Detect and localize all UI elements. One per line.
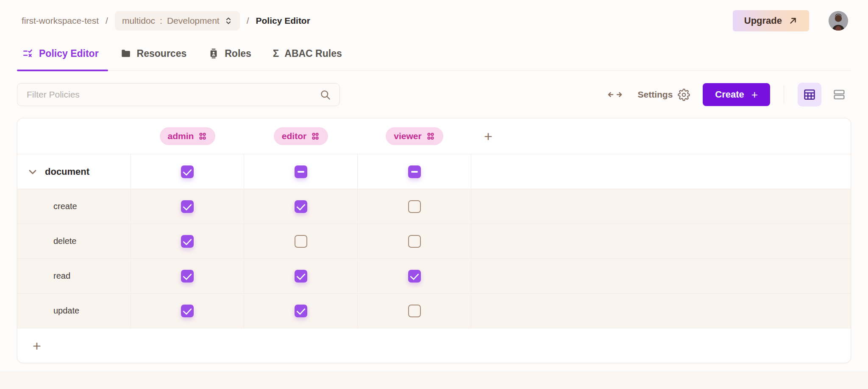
- breadcrumb: first-workspace-test / multidoc : Develo…: [22, 11, 310, 31]
- breadcrumb-workspace[interactable]: first-workspace-test: [22, 16, 99, 26]
- grid-view-icon: [803, 88, 816, 101]
- environment-switcher-icon: [224, 17, 233, 25]
- permission-checkbox-read-editor[interactable]: [295, 270, 307, 283]
- action-name: update: [53, 306, 79, 316]
- upgrade-label: Upgrade: [744, 15, 782, 26]
- add-resource-button[interactable]: +: [30, 339, 44, 353]
- upgrade-arrow-icon: [788, 16, 798, 25]
- filter-policies-box: [17, 83, 340, 106]
- role-pill-viewer[interactable]: viewer: [386, 127, 443, 145]
- breadcrumb-environment: Development: [167, 16, 220, 26]
- toolbar-divider: [784, 86, 784, 104]
- action-name: create: [53, 201, 77, 211]
- permission-checkbox-update-viewer[interactable]: [408, 305, 421, 317]
- permission-checkbox-document-admin[interactable]: [181, 165, 194, 178]
- breadcrumb-project: multidoc: [122, 16, 155, 26]
- breadcrumb-current-page: Policy Editor: [256, 16, 310, 26]
- roles-tab-icon: [208, 48, 219, 59]
- tab-roles[interactable]: Roles: [207, 39, 252, 70]
- role-pill-editor[interactable]: editor: [274, 127, 328, 145]
- role-label: admin: [168, 131, 194, 141]
- create-policy-button[interactable]: Create +: [703, 83, 770, 106]
- toolbar-right: Settings Create +: [605, 83, 851, 106]
- policy-editor-tab-icon: [22, 48, 33, 59]
- tab-policy-editor[interactable]: Policy Editor: [22, 39, 100, 70]
- project-environment-switcher[interactable]: multidoc : Development: [115, 11, 240, 31]
- breadcrumb-separator: /: [247, 16, 249, 26]
- settings-button[interactable]: Settings: [637, 89, 690, 101]
- user-avatar[interactable]: [829, 11, 848, 31]
- permission-checkbox-read-viewer[interactable]: [408, 270, 421, 283]
- toolbar: Settings Create +: [17, 83, 851, 106]
- settings-label: Settings: [637, 90, 673, 100]
- action-row-delete: delete: [17, 224, 851, 259]
- action-row-read: read: [17, 259, 851, 294]
- role-label: editor: [282, 131, 306, 141]
- tab-abac-rules[interactable]: Σ ABAC Rules: [272, 39, 343, 70]
- role-handle-icon: [198, 132, 207, 141]
- upgrade-button[interactable]: Upgrade: [733, 10, 809, 31]
- view-toggle: [798, 83, 851, 106]
- list-view-icon: [832, 88, 846, 101]
- action-name: read: [53, 271, 70, 281]
- abac-tab-icon: Σ: [273, 48, 279, 59]
- permission-checkbox-create-viewer[interactable]: [408, 200, 421, 213]
- policy-table: admin editor viewer +: [17, 118, 851, 363]
- column-width-arrows-icon[interactable]: [605, 88, 625, 101]
- tab-bar: Policy Editor Resources Roles Σ ABAC Rul…: [17, 39, 851, 71]
- permission-checkbox-delete-editor[interactable]: [295, 235, 307, 248]
- resource-row-document: document: [17, 154, 851, 189]
- policy-table-header: admin editor viewer +: [17, 118, 851, 154]
- role-handle-icon: [426, 132, 435, 141]
- permission-checkbox-update-admin[interactable]: [181, 305, 194, 317]
- settings-gear-icon: [678, 89, 690, 101]
- filter-policies-input[interactable]: [26, 89, 320, 100]
- action-name: delete: [53, 236, 77, 246]
- permission-checkbox-update-editor[interactable]: [295, 305, 307, 317]
- role-handle-icon: [311, 132, 320, 141]
- action-row-update: update: [17, 294, 851, 328]
- permission-checkbox-delete-admin[interactable]: [181, 235, 194, 248]
- expand-chevron-icon[interactable]: [27, 166, 39, 178]
- list-view-button[interactable]: [827, 83, 851, 106]
- top-bar: first-workspace-test / multidoc : Develo…: [0, 0, 868, 39]
- tab-label: ABAC Rules: [284, 48, 342, 59]
- add-role-button[interactable]: +: [481, 129, 495, 143]
- action-row-create: create: [17, 189, 851, 224]
- breadcrumb-separator: /: [106, 16, 108, 26]
- permission-checkbox-create-admin[interactable]: [181, 200, 194, 213]
- tab-label: Resources: [137, 48, 187, 59]
- role-label: viewer: [394, 131, 421, 141]
- search-icon: [320, 89, 331, 101]
- top-right-actions: Upgrade: [733, 10, 848, 31]
- resources-tab-icon: [120, 48, 131, 59]
- grid-view-button[interactable]: [798, 83, 821, 106]
- policy-table-footer: +: [17, 328, 851, 363]
- page-bottom-strip: [0, 371, 868, 389]
- resource-name: document: [45, 166, 89, 177]
- create-label: Create: [715, 89, 744, 100]
- tab-label: Roles: [225, 48, 251, 59]
- permission-checkbox-delete-viewer[interactable]: [408, 235, 421, 248]
- permission-checkbox-document-viewer[interactable]: [408, 165, 421, 178]
- permission-checkbox-document-editor[interactable]: [295, 165, 307, 178]
- header-resource-cell: [17, 118, 131, 154]
- permission-checkbox-read-admin[interactable]: [181, 270, 194, 283]
- tab-label: Policy Editor: [39, 48, 99, 59]
- breadcrumb-colon: :: [160, 16, 162, 26]
- tab-resources[interactable]: Resources: [120, 39, 188, 70]
- permission-checkbox-create-editor[interactable]: [295, 200, 307, 213]
- role-pill-admin[interactable]: admin: [160, 127, 216, 145]
